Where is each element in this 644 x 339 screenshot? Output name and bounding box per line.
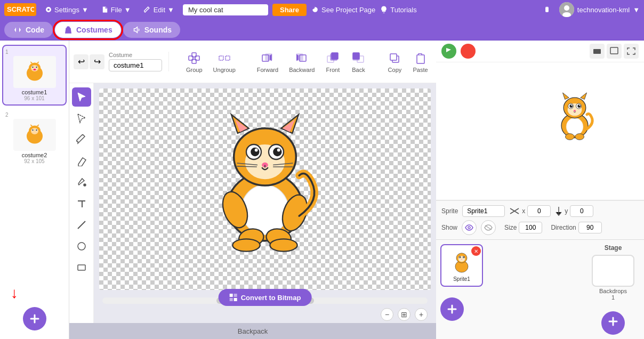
stage-backdrop-thumb[interactable] [592, 255, 634, 287]
editor-canvas-wrapper[interactable] [94, 83, 436, 295]
sprite-name-input[interactable] [462, 205, 505, 217]
undo-button[interactable]: ↩ [74, 54, 88, 69]
user-arrow: ▼ [633, 6, 640, 14]
hide-eye-button[interactable] [481, 220, 496, 235]
small-stage-button[interactable] [590, 44, 605, 59]
front-icon [325, 51, 340, 66]
fill-tool[interactable] [72, 173, 91, 192]
back-label: Back [352, 67, 365, 73]
editor-canvas [99, 88, 431, 290]
large-stage-button[interactable] [607, 44, 622, 59]
svg-rect-72 [234, 298, 237, 301]
paste-button[interactable]: Paste [408, 49, 432, 75]
ungroup-button[interactable]: Ungroup [209, 49, 240, 75]
backpack-icon-btn[interactable] [539, 5, 555, 14]
stop-button[interactable] [461, 44, 476, 59]
svg-point-42 [78, 243, 85, 250]
svg-marker-80 [580, 93, 586, 100]
backward-icon [294, 51, 309, 66]
project-name-input[interactable] [183, 4, 268, 15]
add-backdrop-button[interactable] [601, 311, 625, 335]
small-stage-icon [593, 47, 601, 55]
show-eye-button[interactable] [462, 220, 477, 235]
share-button[interactable]: Share [272, 4, 307, 16]
pencil-tool[interactable] [72, 130, 91, 149]
svg-point-56 [255, 149, 258, 152]
text-tool[interactable] [72, 194, 91, 213]
convert-to-bitmap-button[interactable]: Convert to Bitmap [219, 289, 312, 306]
see-project-page-button[interactable]: See Project Page [311, 5, 375, 14]
svg-point-87 [573, 110, 575, 111]
sprite-thumb-name-1: Sprite1 [453, 276, 470, 282]
undo-redo-section: ↩ ↪ [74, 54, 104, 69]
costume-item-2[interactable]: 2 costume2 92 x 105 [2, 108, 67, 168]
backdrops-label: Backdrops [599, 288, 627, 294]
svg-point-83 [569, 104, 573, 108]
edit-menu[interactable]: Edit ▼ [140, 5, 179, 15]
zoom-out-button[interactable]: − [381, 308, 393, 321]
sprite-item-1[interactable]: ✕ Sprite1 [440, 244, 483, 287]
sprite-delete-button[interactable]: ✕ [471, 246, 481, 256]
costume-item-1[interactable]: 1 costume1 96 x 101 [2, 45, 67, 106]
tab-costumes[interactable]: Costumes [55, 22, 121, 38]
line-tool[interactable] [72, 215, 91, 235]
zoom-in-button[interactable]: + [415, 308, 428, 321]
eraser-tool[interactable] [72, 151, 91, 171]
group-button[interactable]: Group [182, 49, 207, 75]
reshape-icon [76, 113, 87, 124]
backward-button[interactable]: Backward [285, 49, 319, 75]
tab-code[interactable]: Code [4, 22, 53, 38]
y-coord-input[interactable] [570, 205, 593, 217]
tab-sounds[interactable]: Sounds [123, 22, 180, 38]
costume-name-field[interactable] [109, 59, 162, 71]
svg-rect-43 [78, 265, 85, 270]
svg-point-86 [579, 104, 580, 106]
svg-rect-69 [230, 294, 233, 297]
user-area[interactable]: technovation-kml ▼ [559, 2, 640, 17]
main-layout: 1 costume1 96 x 101 2 [0, 41, 644, 339]
zoom-fit-button[interactable]: ⊞ [398, 308, 410, 321]
file-menu[interactable]: File ▼ [97, 5, 135, 15]
direction-input[interactable] [578, 222, 602, 233]
front-button[interactable]: Front [321, 49, 344, 75]
direction-label: Direction [551, 224, 576, 231]
fullscreen-button[interactable] [624, 44, 639, 59]
reshape-tool[interactable] [72, 109, 91, 128]
costume-thumb-1 [13, 56, 56, 88]
show-label: Show [441, 224, 457, 231]
size-input[interactable] [519, 222, 542, 233]
svg-point-19 [36, 130, 37, 131]
backdrops-number: 1 [611, 294, 615, 301]
svg-point-15 [31, 128, 38, 134]
backpack-bar[interactable]: Backpack [69, 323, 436, 339]
canvas-zoom-bar: − ⊞ + [94, 306, 436, 323]
text-icon [76, 198, 87, 209]
add-costume-button[interactable] [23, 307, 46, 330]
x-coord-input[interactable] [527, 205, 551, 217]
svg-rect-38 [417, 55, 424, 63]
redo-button[interactable]: ↪ [90, 54, 104, 69]
back-button[interactable]: Back [347, 49, 370, 75]
paste-label: Paste [413, 67, 428, 73]
settings-arrow: ▼ [82, 6, 88, 14]
stage-section: Stage Backdrops 1 [586, 244, 640, 335]
rectangle-tool[interactable] [72, 258, 91, 277]
arrange-tools: Group Ungroup [182, 49, 240, 75]
tutorials-button[interactable]: Tutorials [380, 5, 416, 14]
circle-tool[interactable] [72, 237, 91, 256]
svg-line-41 [78, 221, 85, 229]
ungroup-icon [217, 51, 232, 66]
backpack-icon [543, 6, 551, 13]
add-sprite-button[interactable] [440, 297, 464, 321]
green-flag-button[interactable] [441, 44, 456, 59]
sprite-label: Sprite [441, 207, 458, 215]
settings-menu[interactable]: Settings ▼ [41, 5, 93, 15]
svg-point-97 [460, 256, 461, 257]
svg-point-40 [84, 184, 86, 186]
select-tool[interactable] [72, 87, 91, 107]
forward-button[interactable]: Forward [253, 49, 283, 75]
costume-size-1: 96 x 101 [24, 95, 44, 101]
scratch-logo: SCRATCH [4, 3, 36, 16]
group-icon [187, 51, 202, 66]
copy-button[interactable]: Copy [383, 49, 406, 75]
